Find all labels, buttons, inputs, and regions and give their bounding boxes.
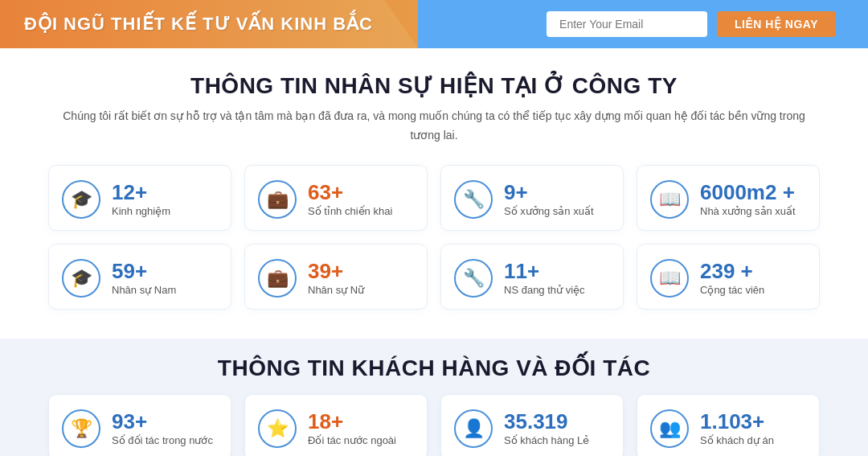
stat-value: 35.319 xyxy=(504,410,589,433)
stat-icon: 👤 xyxy=(454,409,493,448)
stat-card: ⭐18+Đối tác nước ngoài xyxy=(244,394,428,456)
stat-icon: 💼 xyxy=(258,180,297,219)
stat-card: 🎓12+Kinh nghiệm xyxy=(48,165,231,231)
stat-icon: 👥 xyxy=(650,409,689,448)
stat-card: 👥1.103+Số khách dự án xyxy=(637,394,820,456)
stats-grid-3: 🏆93+Số đối tác trong nước⭐18+Đối tác nướ… xyxy=(48,394,820,456)
stat-value: 59+ xyxy=(112,260,176,283)
stat-label: Nhân sự Nam xyxy=(112,284,176,296)
stat-icon: 📖 xyxy=(650,259,689,298)
stat-icon: 🔧 xyxy=(454,259,493,298)
stat-card: 🎓59+Nhân sự Nam xyxy=(48,244,231,310)
stat-value: 93+ xyxy=(112,410,213,433)
stat-value: 6000m2 + xyxy=(700,181,796,204)
section1: THÔNG TIN NHÂN SỰ HIỆN TẠI Ở CÔNG TY Chú… xyxy=(0,48,868,339)
stat-label: Số khách hàng Lẻ xyxy=(504,434,589,446)
section2: THÔNG TIN KHÁCH HÀNG VÀ ĐỐI TÁC 🏆93+Số đ… xyxy=(0,339,868,456)
stat-card: 👤35.319Số khách hàng Lẻ xyxy=(440,394,624,456)
header: ĐỘI NGŨ THIẾT KẾ TƯ VẤN KINH BẮC LIÊN HỆ… xyxy=(0,0,868,48)
stat-card: 🏆93+Số đối tác trong nước xyxy=(48,394,231,456)
stat-icon: ⭐ xyxy=(258,409,297,448)
email-input[interactable] xyxy=(547,11,707,37)
stat-value: 1.103+ xyxy=(700,410,774,433)
stat-value: 12+ xyxy=(112,181,170,204)
stat-card: 💼63+Số tỉnh chiến khai xyxy=(244,165,428,231)
section1-title: THÔNG TIN NHÂN SỰ HIỆN TẠI Ở CÔNG TY xyxy=(48,72,820,99)
brand-area: ĐỘI NGŨ THIẾT KẾ TƯ VẤN KINH BẮC xyxy=(0,0,418,48)
stats-grid-1: 🎓12+Kinh nghiệm💼63+Số tỉnh chiến khai🔧9+… xyxy=(48,165,820,231)
stat-label: Nhà xưởng sản xuất xyxy=(700,205,796,217)
stat-label: Đối tác nước ngoài xyxy=(308,434,396,446)
stat-card: 💼39+Nhân sự Nữ xyxy=(244,244,428,310)
section1-subtitle: Chúng tôi rất biết ơn sự hỗ trợ và tận t… xyxy=(48,107,820,146)
stat-icon: 🎓 xyxy=(62,259,100,298)
stat-label: NS đang thử việc xyxy=(504,284,585,296)
stat-card: 📖239 +Cộng tác viên xyxy=(637,244,820,310)
stat-label: Số đối tác trong nước xyxy=(112,434,213,446)
header-right: LIÊN HỆ NGAY xyxy=(418,0,868,48)
stat-icon: 💼 xyxy=(258,259,297,298)
stat-label: Số xưởng sản xuất xyxy=(504,205,594,217)
stat-icon: 🏆 xyxy=(62,409,100,448)
stat-icon: 📖 xyxy=(650,180,689,219)
stat-label: Nhân sự Nữ xyxy=(308,284,364,296)
stat-icon: 🔧 xyxy=(454,180,493,219)
stat-value: 63+ xyxy=(308,181,392,204)
stat-value: 18+ xyxy=(308,410,396,433)
stat-value: 39+ xyxy=(308,260,364,283)
stat-label: Cộng tác viên xyxy=(700,284,764,296)
section2-title: THÔNG TIN KHÁCH HÀNG VÀ ĐỐI TÁC xyxy=(48,355,820,381)
stat-value: 239 + xyxy=(700,260,764,283)
stat-value: 11+ xyxy=(504,260,585,283)
stat-card: 🔧9+Số xưởng sản xuất xyxy=(440,165,624,231)
stat-label: Kinh nghiệm xyxy=(112,205,170,217)
stat-card: 🔧11+NS đang thử việc xyxy=(440,244,624,310)
contact-button[interactable]: LIÊN HỆ NGAY xyxy=(717,11,836,37)
brand-label: ĐỘI NGŨ THIẾT KẾ TƯ VẤN KINH BẮC xyxy=(24,14,373,35)
stat-icon: 🎓 xyxy=(62,180,100,219)
stat-label: Số tỉnh chiến khai xyxy=(308,205,392,217)
stat-label: Số khách dự án xyxy=(700,434,774,446)
stats-grid-2: 🎓59+Nhân sự Nam💼39+Nhân sự Nữ🔧11+NS đang… xyxy=(48,244,820,310)
stat-value: 9+ xyxy=(504,181,594,204)
stat-card: 📖6000m2 +Nhà xưởng sản xuất xyxy=(637,165,820,231)
